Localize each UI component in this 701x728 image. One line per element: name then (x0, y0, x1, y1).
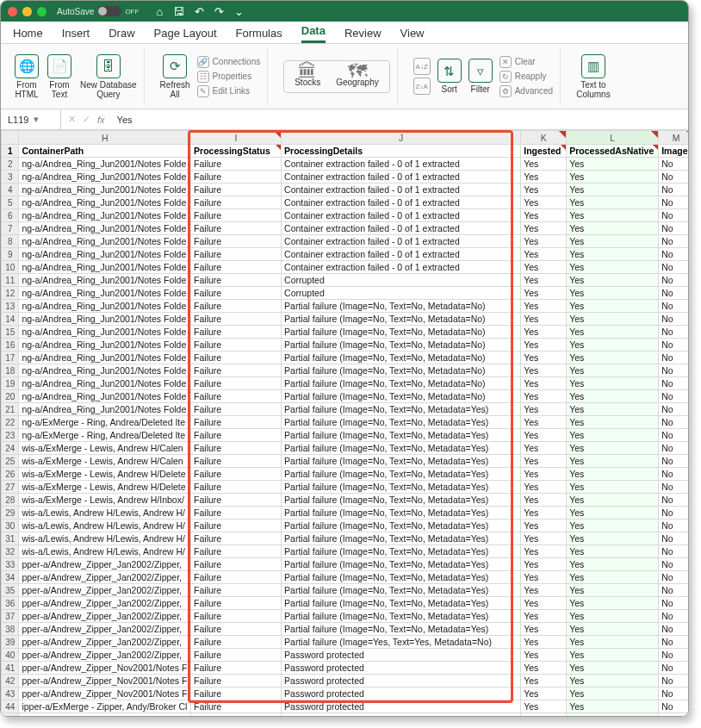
cell[interactable]: Failure (191, 623, 282, 636)
redo-icon[interactable]: ↷ (214, 5, 224, 18)
cell[interactable]: Yes (521, 507, 567, 520)
cell[interactable]: Yes (521, 390, 567, 403)
cell[interactable]: Failure (191, 184, 282, 196)
cell[interactable]: Failure (191, 442, 282, 455)
col-header-H[interactable]: H (19, 131, 191, 145)
refresh-all-button[interactable]: ⟳Refresh All (160, 54, 190, 99)
cancel-icon[interactable]: ✕ (68, 114, 76, 125)
cell[interactable]: Yes (567, 636, 659, 649)
cell[interactable]: Partial failure (Image=No, Text=No, Meta… (282, 597, 521, 610)
row-header[interactable]: 8 (2, 235, 19, 248)
cell[interactable]: Partial failure (Image=No, Text=No, Meta… (282, 558, 521, 571)
cell[interactable]: Partial failure (Image=No, Text=No, Meta… (282, 442, 521, 455)
cell[interactable]: Yes (567, 520, 659, 532)
cell[interactable]: Container extraction failed - 0 of 1 ext… (282, 171, 521, 184)
cell[interactable]: Yes (567, 352, 659, 364)
maximize-icon[interactable] (37, 7, 47, 16)
advanced-filter-button[interactable]: ⚙Advanced (499, 85, 553, 97)
row-header[interactable]: 33 (2, 558, 19, 571)
cell[interactable]: No (659, 158, 688, 171)
row-header[interactable]: 37 (2, 610, 19, 623)
cell[interactable]: Ingested (521, 145, 567, 158)
cell[interactable]: Yes (521, 171, 567, 184)
cell[interactable]: Container extraction failed - 0 of 1 ext… (282, 261, 521, 274)
cell[interactable]: Partial failure (Image=No, Text=No, Meta… (282, 390, 521, 403)
cell[interactable]: Failure (191, 610, 282, 623)
cell[interactable]: Failure (191, 364, 282, 377)
from-text-button[interactable]: 📄From Text (47, 54, 71, 99)
cell[interactable]: wis-a/Lewis, Andrew H/Lewis, Andrew H/ (19, 532, 191, 545)
cell[interactable]: Container extraction failed - 0 of 1 ext… (282, 248, 521, 261)
cell[interactable]: Yes (521, 209, 567, 222)
cell[interactable]: No (659, 584, 688, 597)
tab-home[interactable]: Home (13, 27, 43, 43)
cell[interactable]: wis-a/ExMerge - Lewis, Andrew H/Calen (19, 455, 191, 468)
cell[interactable]: Failure (191, 261, 282, 274)
cell[interactable]: Failure (191, 636, 282, 649)
row-header[interactable]: 11 (2, 274, 19, 287)
geography-button[interactable]: 🗺Geography (336, 66, 378, 87)
cell[interactable]: Failure (191, 171, 282, 184)
connections-button[interactable]: 🔗Connections (197, 56, 261, 68)
row-header[interactable]: 44 (2, 700, 19, 713)
cell[interactable]: No (659, 571, 688, 584)
cell[interactable]: Partial failure (Image=No, Text=No, Meta… (282, 403, 521, 416)
cell[interactable]: No (659, 339, 688, 352)
cell[interactable]: ng-a/Andrea_Ring_Jun2001/Notes Folde (19, 222, 191, 235)
col-header-J[interactable]: J (282, 131, 521, 145)
cell[interactable]: Yes (567, 390, 659, 403)
edit-links-button[interactable]: ✎Edit Links (197, 85, 261, 97)
cell[interactable]: pper-a/Andrew_Zipper_Jan2002/Zipper, (19, 584, 191, 597)
cell[interactable]: Yes (521, 545, 567, 558)
cell[interactable]: ng-a/Andrea_Ring_Jun2001/Notes Folde (19, 248, 191, 261)
tab-page-layout[interactable]: Page Layout (154, 27, 217, 43)
cell[interactable]: wis-a/Lewis, Andrew H/Lewis, Andrew H/ (19, 507, 191, 520)
cell[interactable]: Yes (521, 339, 567, 352)
cell[interactable]: Partial failure (Image=No, Text=No, Meta… (282, 468, 521, 481)
row-header[interactable]: 36 (2, 597, 19, 610)
cell[interactable]: Failure (191, 274, 282, 287)
cell[interactable]: ng-a/Andrea_Ring_Jun2001/Notes Folde (19, 184, 191, 196)
cell[interactable]: No (659, 481, 688, 494)
qat-more-icon[interactable]: ⌄ (234, 5, 244, 18)
cell[interactable]: ng-a/Andrea_Ring_Jun2001/Notes Folde (19, 326, 191, 339)
cell[interactable]: Yes (567, 662, 659, 675)
cell[interactable]: No (659, 507, 688, 520)
row-header[interactable]: 19 (2, 377, 19, 390)
cell[interactable]: Partial failure (Image=No, Text=No, Meta… (282, 481, 521, 494)
cell[interactable]: Yes (567, 300, 659, 313)
cell[interactable]: Yes (567, 287, 659, 300)
cell[interactable]: Yes (521, 326, 567, 339)
cell[interactable]: wis-a/ExMerge - Lewis, Andrew H/Delete (19, 468, 191, 481)
row-header[interactable]: 14 (2, 313, 19, 326)
cell[interactable]: No (659, 429, 688, 442)
cell[interactable]: pper-a/Andrew_Zipper_Nov2001/Notes F (19, 688, 191, 700)
row-header[interactable]: 20 (2, 390, 19, 403)
cell[interactable]: Failure (191, 713, 282, 717)
cell[interactable]: Yes (521, 261, 567, 274)
cell[interactable]: No (659, 313, 688, 326)
row-header[interactable]: 4 (2, 184, 19, 196)
cell[interactable]: Failure (191, 545, 282, 558)
cell[interactable]: Yes (567, 675, 659, 688)
cell[interactable]: No (659, 649, 688, 662)
cell[interactable]: No (659, 390, 688, 403)
cell[interactable]: ProcessingDetails (282, 145, 521, 158)
row-header[interactable]: 42 (2, 675, 19, 688)
cell[interactable]: Failure (191, 416, 282, 429)
cell[interactable]: Partial failure (Image=No, Text=No, Meta… (282, 584, 521, 597)
cell[interactable]: Yes (521, 300, 567, 313)
cell[interactable]: Yes (521, 649, 567, 662)
row-header[interactable]: 27 (2, 481, 19, 494)
cell[interactable]: No (659, 675, 688, 688)
cell[interactable]: Image (659, 145, 688, 158)
cell[interactable]: Yes (567, 261, 659, 274)
cell[interactable]: Yes (567, 571, 659, 584)
cell[interactable]: Yes (567, 403, 659, 416)
cell[interactable]: pper-a/Andrew_Zipper_Jan2002/Zipper, (19, 636, 191, 649)
cell[interactable]: Yes (567, 507, 659, 520)
cell[interactable]: ng-a/Andrea_Ring_Jun2001/Notes Folde (19, 196, 191, 209)
cell[interactable]: No (659, 184, 688, 196)
cell[interactable]: No (659, 326, 688, 339)
row-header[interactable]: 41 (2, 662, 19, 675)
